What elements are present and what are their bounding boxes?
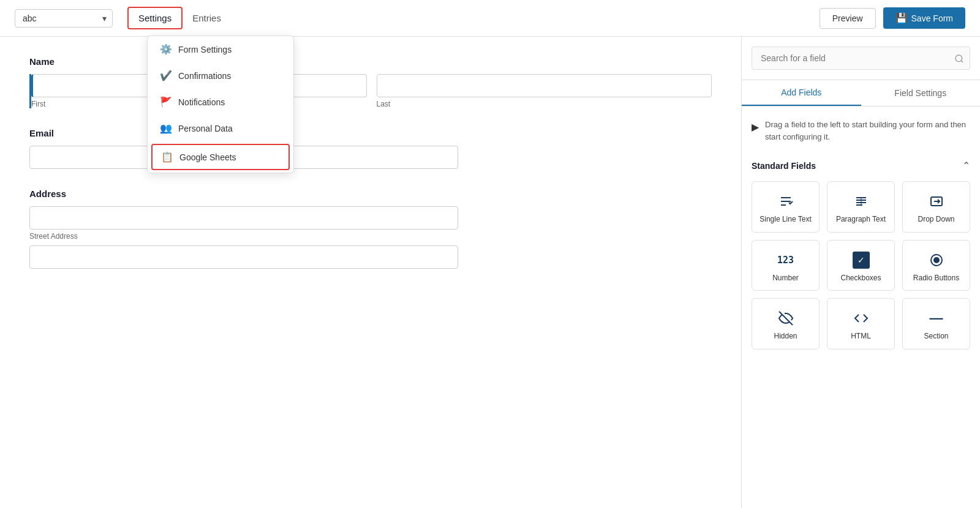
drop-down-icon [929, 193, 944, 210]
dropdown-item-google-sheets[interactable]: 📋 Google Sheets [151, 144, 290, 170]
tab-settings[interactable]: Settings [127, 7, 183, 29]
tab-field-settings[interactable]: Field Settings [861, 80, 981, 106]
field-group-address: Address Street Address [29, 189, 712, 269]
checkboxes-label: Checkboxes [840, 274, 881, 283]
street-address-sublabel: Street Address [29, 232, 712, 241]
drop-down-label: Drop Down [918, 215, 954, 225]
standard-fields-title: Standard Fields [752, 161, 816, 171]
number-icon: 123 [777, 252, 794, 269]
checkboxes-icon: ✓ [853, 252, 870, 269]
search-wrapper [752, 47, 970, 70]
paragraph-text-label: Paragraph Text [836, 215, 886, 225]
last-name-input[interactable] [377, 74, 712, 97]
drag-hint: ▶ Drag a field to the left to start buil… [752, 116, 970, 145]
last-name-sublabel: Last [377, 100, 712, 108]
field-card-number[interactable]: 123 Number [752, 240, 820, 291]
field-card-paragraph-text[interactable]: Paragraph Text [827, 181, 895, 233]
hidden-label: Hidden [774, 332, 797, 342]
flag-icon: 🚩 [160, 96, 172, 108]
nav-tabs: Settings Entries [127, 7, 231, 29]
field-label-name: Name [29, 56, 712, 67]
dropdown-item-notifications[interactable]: 🚩 Notifications [148, 89, 293, 115]
field-card-drop-down[interactable]: Drop Down [902, 181, 970, 233]
dropdown-item-personal-data[interactable]: 👥 Personal Data [148, 115, 293, 141]
section-icon: — [930, 310, 943, 327]
table-icon: 📋 [161, 151, 173, 163]
users-icon: 👥 [160, 122, 172, 134]
field-card-radio-buttons[interactable]: Radio Buttons [902, 240, 970, 291]
field-card-single-line-text[interactable]: Single Line Text [752, 181, 820, 233]
svg-line-1 [961, 61, 963, 62]
hidden-icon [778, 310, 793, 327]
header: abc ▾ Settings Entries Preview 💾 Save Fo… [0, 0, 980, 37]
paragraph-text-icon [854, 193, 869, 210]
html-label: HTML [851, 332, 871, 342]
field-card-section[interactable]: — Section [902, 298, 970, 349]
dropdown-item-form-settings[interactable]: ⚙️ Form Settings [148, 36, 293, 62]
form-area: Name First Last Email A [0, 37, 741, 508]
tab-add-fields[interactable]: Add Fields [742, 80, 861, 106]
gear-icon: ⚙️ [160, 43, 172, 55]
sidebar-tabs: Add Fields Field Settings [742, 80, 980, 106]
field-label-email: Email [29, 128, 712, 138]
cursor-icon: ▶ [752, 120, 759, 135]
search-input[interactable] [752, 47, 970, 70]
search-icon [954, 54, 964, 64]
street-address-input[interactable] [29, 206, 458, 230]
field-card-html[interactable]: HTML [827, 298, 895, 349]
field-card-checkboxes[interactable]: ✓ Checkboxes [827, 240, 895, 291]
dropdown-item-confirmations[interactable]: ✔️ Confirmations [148, 62, 293, 89]
sidebar-content: ▶ Drag a field to the left to start buil… [742, 106, 980, 508]
fields-grid: Single Line Text Paragraph Text [752, 181, 970, 349]
field-label-address: Address [29, 189, 712, 199]
search-box [742, 37, 980, 80]
settings-dropdown: ⚙️ Form Settings ✔️ Confirmations 🚩 Noti… [147, 35, 294, 173]
preview-button[interactable]: Preview [820, 8, 876, 29]
section-label: Section [924, 332, 948, 342]
search-icon-button[interactable] [954, 53, 964, 64]
form-select-input[interactable]: abc [15, 9, 113, 28]
svg-point-6 [934, 258, 939, 263]
check-circle-icon: ✔️ [160, 70, 172, 81]
save-icon: 💾 [895, 12, 908, 24]
save-form-button[interactable]: 💾 Save Form [883, 7, 965, 29]
html-icon [854, 310, 869, 327]
radio-buttons-icon [929, 252, 944, 269]
field-group-email: Email [29, 128, 712, 169]
name-row: First Last [31, 74, 712, 108]
header-actions: Preview 💾 Save Form [820, 7, 965, 29]
form-selector[interactable]: abc ▾ [15, 9, 113, 28]
name-field-container: First Last [29, 74, 712, 108]
street-address-2-input[interactable] [29, 245, 458, 269]
standard-fields-section-header: Standard Fields ⌃ [752, 160, 970, 171]
right-sidebar: Add Fields Field Settings ▶ Drag a field… [741, 37, 980, 508]
single-line-text-icon [778, 193, 793, 210]
svg-point-0 [956, 55, 962, 62]
last-name-wrapper: Last [377, 74, 712, 108]
field-card-hidden[interactable]: Hidden [752, 298, 820, 349]
collapse-standard-fields-button[interactable]: ⌃ [962, 160, 970, 171]
radio-buttons-label: Radio Buttons [913, 274, 959, 283]
tab-entries[interactable]: Entries [183, 8, 231, 28]
number-label: Number [772, 274, 799, 283]
single-line-text-label: Single Line Text [760, 215, 812, 225]
field-group-name: Name First Last [29, 56, 712, 108]
